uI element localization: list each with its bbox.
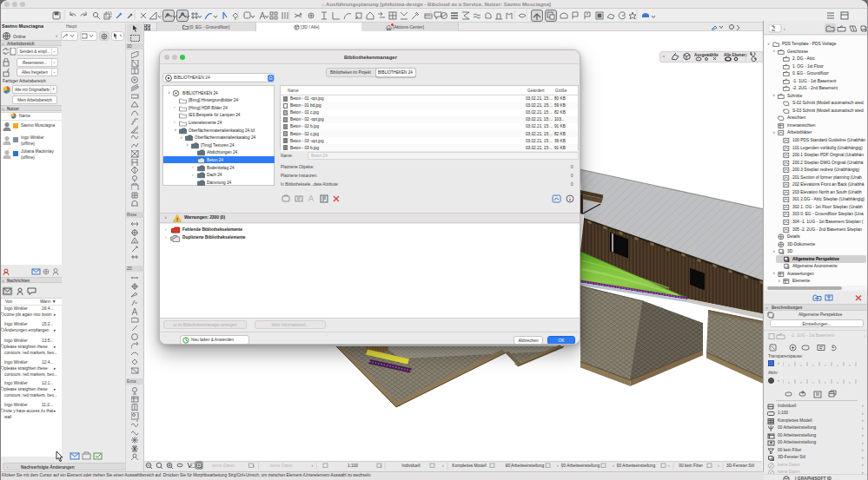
svg-text:keine Daten: keine Daten bbox=[270, 464, 293, 468]
svg-text:keine Daten: keine Daten bbox=[212, 464, 235, 468]
svg-text:!: ! bbox=[176, 217, 178, 222]
svg-text:Individuell: Individuell bbox=[401, 464, 420, 468]
svg-text:00 Arbeitseinstellung: 00 Arbeitseinstellung bbox=[617, 464, 656, 468]
svg-text:›: › bbox=[557, 463, 559, 468]
svg-text:›: › bbox=[668, 463, 670, 468]
svg-text:00 kein Filter: 00 kein Filter bbox=[679, 464, 703, 468]
svg-text:›: › bbox=[613, 463, 614, 468]
svg-text:Alle Ebenen:: Alle Ebenen: bbox=[724, 53, 748, 57]
svg-text:›: › bbox=[718, 463, 719, 468]
svg-text:›: › bbox=[442, 463, 444, 468]
svg-text:3D-Fenster Stil: 3D-Fenster Stil bbox=[726, 464, 754, 468]
svg-text:Komplettes Modell: Komplettes Modell bbox=[452, 464, 486, 468]
svg-text:›: › bbox=[312, 463, 314, 468]
svg-text:1:100: 1:100 bbox=[348, 464, 358, 468]
svg-text:›: › bbox=[784, 26, 785, 31]
svg-text:00 Arbeitseinstellung: 00 Arbeitseinstellung bbox=[561, 464, 600, 468]
svg-text:00 Arbeitseinstellung: 00 Arbeitseinstellung bbox=[506, 464, 545, 468]
svg-text:Ausgewählte: Ausgewählte bbox=[694, 53, 719, 57]
